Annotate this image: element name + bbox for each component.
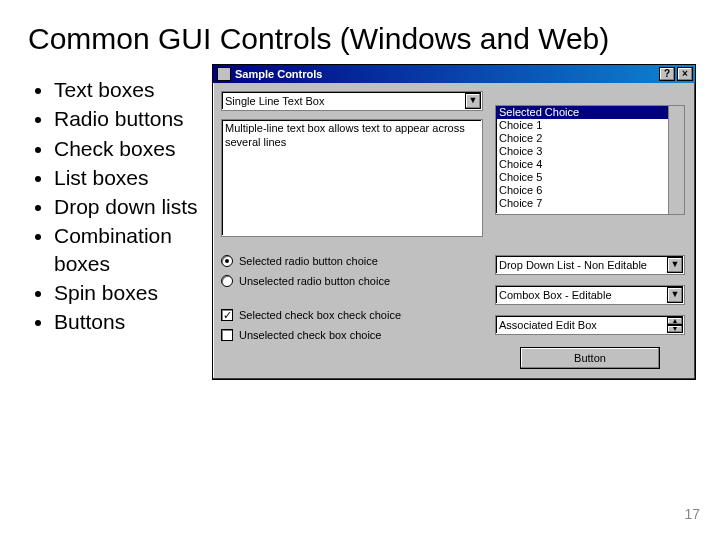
dropdown-value: Drop Down List - Non Editable bbox=[499, 259, 647, 271]
radio-unselected-label: Unselected radio button choice bbox=[239, 275, 390, 287]
close-button[interactable]: × bbox=[677, 67, 693, 81]
listbox-item[interactable]: Choice 7 bbox=[496, 197, 684, 210]
checkbox-unselected-row[interactable]: Unselected check box choice bbox=[221, 325, 483, 345]
bullet-item: List boxes bbox=[54, 164, 212, 191]
main-button-label: Button bbox=[574, 352, 606, 364]
combobox-value: Combox Box - Editable bbox=[499, 289, 612, 301]
spin-up-icon[interactable]: ▲ bbox=[667, 317, 683, 325]
listbox-scrollbar[interactable] bbox=[668, 106, 684, 214]
listbox-item[interactable]: Choice 1 bbox=[496, 119, 684, 132]
slide-title: Common GUI Controls (Windows and Web) bbox=[0, 0, 720, 64]
multiline-value: Multiple-line text box allows text to ap… bbox=[225, 122, 465, 148]
checkbox-unselected-label: Unselected check box choice bbox=[239, 329, 381, 341]
bullet-item: Radio buttons bbox=[54, 105, 212, 132]
single-line-dropdown-icon[interactable]: ▼ bbox=[465, 93, 481, 109]
checkbox-selected-icon[interactable]: ✓ bbox=[221, 309, 233, 321]
listbox-item[interactable]: Selected Choice bbox=[496, 106, 684, 119]
multiline-textbox[interactable]: Multiple-line text box allows text to ap… bbox=[221, 119, 483, 237]
dropdown-arrow-icon[interactable]: ▼ bbox=[667, 257, 683, 273]
main-button[interactable]: Button bbox=[520, 347, 660, 369]
radio-unselected-icon[interactable] bbox=[221, 275, 233, 287]
checkbox-selected-row[interactable]: ✓ Selected check box check choice bbox=[221, 305, 483, 325]
bullet-item: Text boxes bbox=[54, 76, 212, 103]
listbox-item[interactable]: Choice 5 bbox=[496, 171, 684, 184]
bullet-item: Buttons bbox=[54, 308, 212, 335]
bullet-item: Check boxes bbox=[54, 135, 212, 162]
radio-selected-row[interactable]: Selected radio button choice bbox=[221, 251, 483, 271]
page-number: 17 bbox=[684, 506, 700, 522]
listbox-item[interactable]: Choice 4 bbox=[496, 158, 684, 171]
bullet-item: Drop down lists bbox=[54, 193, 212, 220]
spin-down-icon[interactable]: ▼ bbox=[667, 325, 683, 333]
checkbox-selected-label: Selected check box check choice bbox=[239, 309, 401, 321]
radio-unselected-row[interactable]: Unselected radio button choice bbox=[221, 271, 483, 291]
titlebar[interactable]: Sample Controls ? × bbox=[213, 65, 695, 83]
help-button[interactable]: ? bbox=[659, 67, 675, 81]
radio-selected-label: Selected radio button choice bbox=[239, 255, 378, 267]
bullet-item: Combination boxes bbox=[54, 222, 212, 277]
spinbox-value: Associated Edit Box bbox=[499, 319, 597, 331]
single-line-value: Single Line Text Box bbox=[225, 95, 324, 107]
combobox-editable[interactable]: Combox Box - Editable ▼ bbox=[495, 285, 685, 305]
checkbox-unselected-icon[interactable] bbox=[221, 329, 233, 341]
combobox-arrow-icon[interactable]: ▼ bbox=[667, 287, 683, 303]
listbox-item[interactable]: Choice 2 bbox=[496, 132, 684, 145]
listbox[interactable]: Selected ChoiceChoice 1Choice 2Choice 3C… bbox=[495, 105, 685, 215]
dropdown-noneditable[interactable]: Drop Down List - Non Editable ▼ bbox=[495, 255, 685, 275]
sample-controls-window: Sample Controls ? × Single Line Text Box… bbox=[212, 64, 696, 380]
listbox-item[interactable]: Choice 6 bbox=[496, 184, 684, 197]
listbox-item[interactable]: Choice 3 bbox=[496, 145, 684, 158]
app-icon bbox=[217, 67, 231, 81]
bullet-list: Text boxesRadio buttonsCheck boxesList b… bbox=[32, 64, 212, 338]
spinbox[interactable]: Associated Edit Box ▲ ▼ bbox=[495, 315, 685, 335]
bullet-item: Spin boxes bbox=[54, 279, 212, 306]
window-title: Sample Controls bbox=[235, 68, 322, 80]
single-line-textbox[interactable]: Single Line Text Box ▼ bbox=[221, 91, 483, 111]
radio-selected-icon[interactable] bbox=[221, 255, 233, 267]
